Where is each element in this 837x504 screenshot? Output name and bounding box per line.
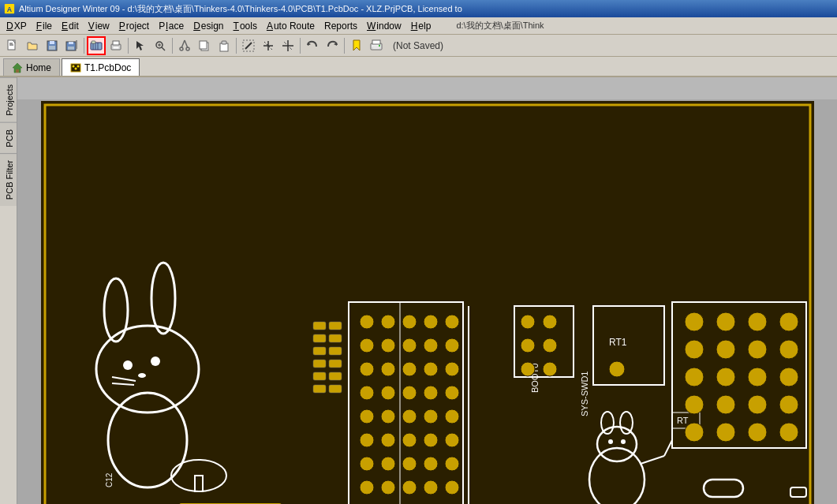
svg-point-132	[543, 362, 557, 376]
svg-point-109	[402, 433, 417, 447]
undo-button[interactable]	[303, 36, 322, 55]
svg-line-39	[284, 42, 286, 44]
pcb-canvas[interactable]: C12	[17, 77, 837, 504]
svg-point-161	[601, 412, 614, 434]
svg-line-62	[112, 383, 134, 385]
svg-point-84	[402, 315, 417, 329]
select-button[interactable]	[131, 36, 150, 55]
svg-rect-10	[68, 47, 74, 50]
pcb-panel-tab[interactable]: PCB	[0, 122, 17, 154]
svg-rect-31	[222, 41, 226, 44]
cross-cursor-button[interactable]	[278, 36, 297, 55]
svg-rect-70	[329, 322, 342, 330]
open-button[interactable]	[23, 36, 42, 55]
svg-point-115	[424, 457, 438, 471]
svg-line-21	[162, 47, 165, 50]
svg-point-143	[685, 340, 704, 359]
tab-home-label: Home	[26, 62, 51, 73]
svg-rect-72	[329, 334, 342, 342]
save-all-button[interactable]	[62, 36, 81, 55]
tab-pcbdoc[interactable]: T1.PcbDoc	[62, 58, 140, 76]
svg-point-159	[589, 448, 645, 504]
menu-design[interactable]: Design	[189, 19, 228, 33]
svg-point-103	[381, 409, 395, 424]
svg-rect-19	[113, 47, 119, 49]
menu-file[interactable]: File	[32, 19, 57, 33]
save-button[interactable]	[43, 36, 62, 55]
toolbar-sep-3	[172, 38, 173, 54]
new-button[interactable]	[3, 36, 22, 55]
svg-point-83	[381, 315, 395, 329]
svg-text:RT1: RT1	[609, 337, 627, 348]
place-line-button[interactable]	[239, 36, 258, 55]
svg-point-85	[424, 315, 438, 329]
svg-point-111	[445, 433, 459, 447]
svg-point-130	[543, 338, 557, 353]
svg-point-146	[779, 340, 798, 359]
cut-button[interactable]	[175, 36, 194, 55]
projects-panel-tab[interactable]: Projects	[0, 77, 17, 122]
menu-place[interactable]: Place	[154, 19, 189, 33]
menu-view[interactable]: View	[84, 19, 114, 33]
menu-project[interactable]: Project	[114, 19, 154, 33]
svg-line-165	[641, 456, 664, 464]
pcb-filter-panel-tab[interactable]: PCB Filter	[0, 153, 17, 206]
svg-point-154	[779, 395, 798, 414]
menu-edit[interactable]: Edit	[57, 19, 84, 33]
svg-point-58	[123, 360, 133, 370]
svg-point-163	[608, 439, 613, 444]
svg-rect-45	[372, 40, 380, 44]
menu-autoroute[interactable]: Auto Route	[262, 19, 319, 33]
svg-point-107	[360, 433, 374, 447]
menu-reports[interactable]: Reports	[319, 19, 362, 33]
svg-point-102	[360, 409, 374, 424]
pcb-board[interactable]: C12	[41, 101, 814, 504]
svg-rect-6	[50, 41, 54, 44]
toolbar-sep-5	[300, 38, 301, 54]
svg-rect-65	[195, 476, 203, 491]
svg-point-94	[402, 362, 417, 376]
svg-rect-49	[16, 69, 19, 73]
svg-rect-29	[200, 41, 207, 49]
bookmark-button[interactable]	[347, 36, 366, 55]
svg-rect-171	[704, 480, 743, 497]
svg-rect-78	[329, 372, 342, 380]
menu-help[interactable]: Help	[406, 19, 436, 33]
svg-line-26	[181, 40, 185, 48]
place-cross-button[interactable]	[259, 36, 278, 55]
svg-rect-76	[329, 360, 342, 368]
svg-line-166	[664, 440, 672, 456]
svg-rect-172	[790, 487, 806, 497]
svg-rect-16	[92, 41, 95, 43]
redo-button[interactable]	[323, 36, 342, 55]
svg-line-61	[112, 377, 136, 381]
svg-point-106	[445, 409, 459, 424]
svg-point-121	[445, 480, 459, 495]
pcb-rules-button[interactable]	[87, 36, 106, 55]
svg-point-127	[521, 315, 535, 329]
tab-home[interactable]: Home	[3, 58, 60, 76]
svg-point-113	[381, 457, 395, 471]
svg-point-52	[75, 67, 77, 69]
menu-tools[interactable]: Tools	[229, 19, 262, 33]
paste-button[interactable]	[215, 36, 234, 55]
svg-rect-46	[372, 47, 380, 49]
title-text: Altium Designer Winter 09 - d:\我的文档\桌面\T…	[19, 3, 462, 15]
menu-dxp[interactable]: DXP	[2, 19, 32, 33]
svg-point-157	[748, 423, 767, 442]
copy-button[interactable]	[195, 36, 214, 55]
svg-point-92	[360, 362, 374, 376]
print-button[interactable]	[106, 36, 125, 55]
menu-path: d:\我的文档\桌面\Think	[451, 18, 548, 33]
side-panels: Projects PCB PCB Filter	[0, 77, 17, 504]
svg-point-86	[445, 315, 459, 329]
menu-window[interactable]: Window	[362, 19, 406, 33]
toolbar-sep-2	[128, 38, 129, 54]
svg-point-156	[716, 423, 735, 442]
svg-point-59	[151, 357, 160, 366]
svg-point-53	[77, 65, 80, 67]
print2-button[interactable]	[367, 36, 386, 55]
zoom-button[interactable]	[151, 36, 170, 55]
svg-line-27	[185, 40, 188, 48]
svg-point-149	[748, 368, 767, 386]
